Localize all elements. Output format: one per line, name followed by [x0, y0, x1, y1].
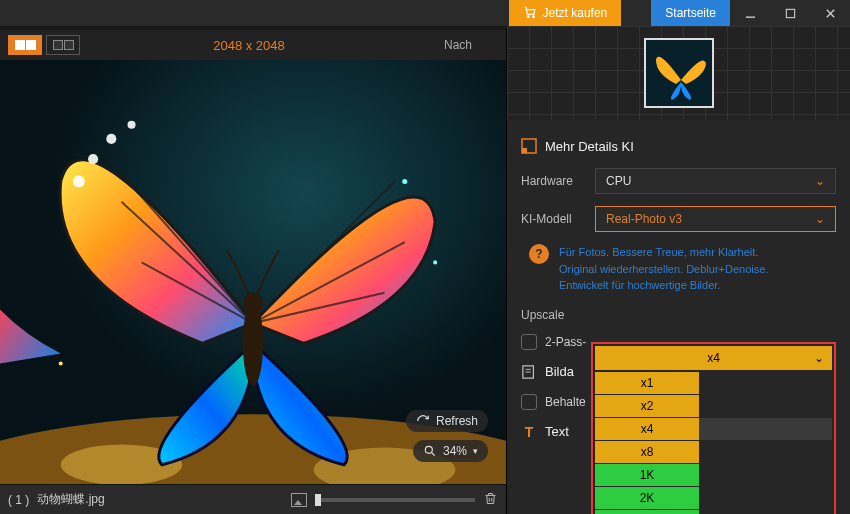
svg-rect-25 — [522, 148, 527, 153]
upscale-option-x4[interactable]: x4 — [595, 418, 699, 440]
thumbnail-size-slider[interactable] — [315, 498, 475, 502]
upscale-current[interactable]: x4 ⌄ — [595, 346, 832, 370]
chevron-down-icon: ⌄ — [815, 174, 825, 188]
svg-rect-23 — [646, 40, 714, 108]
svg-point-16 — [402, 179, 407, 184]
refresh-label: Refresh — [436, 414, 478, 428]
image-icon — [291, 493, 307, 507]
text-section-icon: T — [521, 424, 537, 440]
svg-point-15 — [243, 293, 263, 313]
chevron-down-icon: ⌄ — [815, 212, 825, 226]
keep-checkbox[interactable] — [521, 394, 537, 410]
svg-rect-3 — [786, 9, 794, 17]
svg-point-12 — [106, 134, 116, 144]
help-icon[interactable]: ? — [529, 244, 549, 264]
svg-point-10 — [73, 175, 85, 187]
keep-label: Behalte — [545, 395, 586, 409]
svg-point-19 — [425, 446, 432, 453]
image-section-icon — [521, 364, 537, 380]
model-description: Für Fotos. Bessere Treue, mehr Klarheit.… — [559, 244, 768, 294]
hardware-label: Hardware — [521, 174, 585, 188]
image-preview[interactable]: Refresh 34% ▾ — [0, 60, 506, 484]
buy-label: Jetzt kaufen — [543, 6, 608, 20]
startpage-label: Startseite — [665, 6, 716, 20]
minimize-button[interactable] — [730, 0, 770, 26]
hardware-value: CPU — [606, 174, 631, 188]
thumbnail-strip — [507, 26, 850, 120]
svg-point-11 — [88, 154, 98, 164]
refresh-button[interactable]: Refresh — [406, 410, 488, 432]
upscale-option-x8[interactable]: x8 — [595, 441, 699, 463]
upscale-option-x2[interactable]: x2 — [595, 395, 699, 417]
close-button[interactable] — [810, 0, 850, 26]
thumbnail[interactable] — [644, 38, 714, 108]
view-mode-toggle — [8, 35, 80, 55]
output-dimensions: 2048 x 2048 — [86, 38, 412, 53]
model-select[interactable]: Real-Photo v3 ⌄ — [595, 206, 836, 232]
model-value: Real-Photo v3 — [606, 212, 682, 226]
startpage-button[interactable]: Startseite — [651, 0, 730, 26]
svg-point-17 — [433, 260, 437, 264]
view-mode-split[interactable] — [8, 35, 42, 55]
maximize-button[interactable] — [770, 0, 810, 26]
hardware-select[interactable]: CPU ⌄ — [595, 168, 836, 194]
zoom-control[interactable]: 34% ▾ — [413, 440, 488, 462]
after-label: Nach — [418, 38, 498, 52]
upscale-dropdown: x4 ⌄ x1 x2 x4 x8 1K 2K 4K 8K Benutzerdef… — [591, 342, 836, 514]
upscale-label: Upscale — [521, 308, 585, 322]
delete-button[interactable] — [483, 491, 498, 509]
upscale-option-2k[interactable]: 2K — [595, 487, 699, 509]
svg-point-14 — [243, 301, 263, 386]
twopass-label: 2-Pass- — [545, 335, 586, 349]
buy-button[interactable]: Jetzt kaufen — [509, 0, 622, 26]
text-section-title: Text — [545, 424, 569, 439]
chevron-down-icon: ⌄ — [814, 351, 824, 365]
svg-point-18 — [59, 362, 63, 366]
file-index: ( 1 ) — [8, 493, 29, 507]
section-title: Mehr Details KI — [545, 139, 634, 154]
svg-point-13 — [128, 121, 136, 129]
svg-point-0 — [527, 15, 529, 17]
upscale-option-4k[interactable]: 4K — [595, 510, 699, 514]
image-section-title: Bilda — [545, 364, 574, 379]
cart-icon — [523, 5, 537, 22]
model-label: KI-Modell — [521, 212, 585, 226]
view-mode-single[interactable] — [46, 35, 80, 55]
zoom-value: 34% — [443, 444, 467, 458]
svg-point-1 — [532, 15, 534, 17]
details-icon — [521, 138, 537, 154]
upscale-option-x1[interactable]: x1 — [595, 372, 699, 394]
file-name: 动物蝴蝶.jpg — [37, 491, 104, 508]
upscale-option-1k[interactable]: 1K — [595, 464, 699, 486]
svg-line-20 — [432, 453, 435, 456]
chevron-down-icon: ▾ — [473, 446, 478, 456]
twopass-checkbox[interactable] — [521, 334, 537, 350]
